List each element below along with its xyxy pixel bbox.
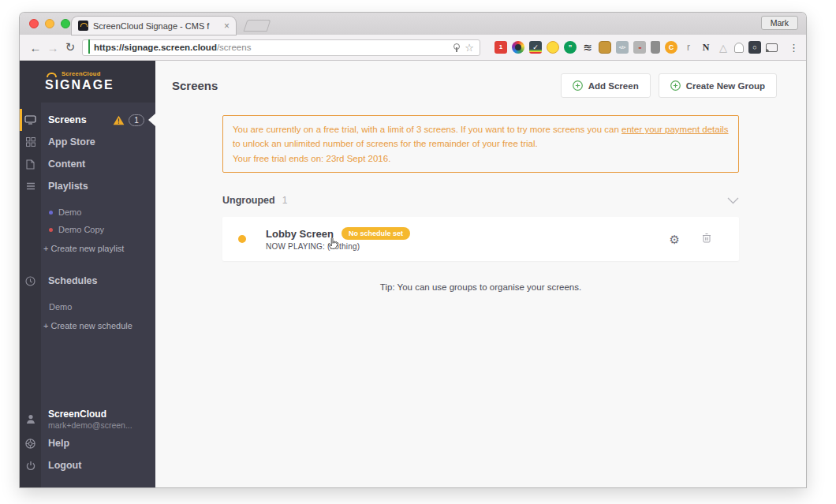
warning-icon [113, 115, 125, 125]
settings-gear-icon[interactable]: ⚙ [670, 233, 680, 245]
mouse-cursor [327, 237, 339, 254]
url-path: /screens [217, 43, 251, 52]
chevron-down-icon[interactable] [727, 193, 739, 207]
no-schedule-badge: No schedule set [341, 227, 410, 240]
main-content: Screens Add Screen Create New Group You … [155, 61, 806, 487]
sidebar-item-app-store[interactable]: App Store [20, 131, 155, 153]
reload-icon[interactable]: ↻ [62, 40, 79, 54]
tab-close-icon[interactable]: × [224, 21, 230, 32]
back-icon[interactable]: ← [27, 41, 44, 54]
sidebar-item-screens[interactable]: Screens 1 [20, 109, 155, 131]
sidebar-item-label: Screens [48, 114, 87, 125]
playlists-icon [20, 182, 41, 190]
sidebar-item-schedules[interactable]: Schedules [20, 270, 155, 292]
extension-grid-badge[interactable]: 1 [495, 41, 507, 54]
extension-triangle[interactable]: △ [717, 41, 730, 54]
playlist-color-dot [49, 228, 53, 232]
group-header[interactable]: Ungrouped 1 [222, 193, 739, 207]
add-screen-button[interactable]: Add Screen [561, 73, 651, 98]
sidebar-item-playlists[interactable]: Playlists [20, 175, 155, 197]
extension-letter-n[interactable]: N [700, 41, 712, 54]
url-bar[interactable]: https://signage.screen.cloud/screens ☆ [82, 39, 480, 56]
create-new-group-label: Create New Group [686, 81, 765, 91]
extension-plug[interactable]: ▪▪ [633, 41, 646, 54]
bookmark-star-icon[interactable]: ☆ [465, 43, 474, 53]
extension-code[interactable]: </> [616, 41, 629, 54]
add-screen-label: Add Screen [588, 81, 639, 91]
secure-lock-icon [88, 40, 90, 54]
extension-jar[interactable] [599, 41, 611, 54]
zoom-window-button[interactable] [61, 19, 70, 28]
screen-row[interactable]: Lobby Screen No schedule set NOW PLAYING… [222, 217, 739, 261]
chrome-profile-button[interactable]: Mark [761, 16, 798, 30]
trial-end-date: Your free trial ends on: 23rd Sept 2016. [233, 154, 390, 163]
playlist-item-demo[interactable]: Demo [20, 203, 155, 221]
create-new-group-button[interactable]: Create New Group [659, 73, 777, 98]
screen-name: Lobby Screen [266, 228, 334, 240]
help-icon [20, 439, 41, 449]
create-new-schedule-link[interactable]: + Create new schedule [20, 315, 155, 336]
power-icon [20, 461, 41, 471]
browser-tab[interactable]: ScreenCloud Signage - CMS f × [72, 17, 236, 35]
extension-gear-orange[interactable]: C [665, 41, 677, 54]
screencloud-favicon [78, 21, 88, 31]
tab-title: ScreenCloud Signage - CMS f [93, 21, 219, 31]
sidebar-item-content[interactable]: Content [20, 153, 155, 175]
screens-icon [20, 115, 41, 125]
password-key-icon[interactable] [452, 43, 461, 52]
user-icon [20, 414, 41, 424]
trial-text: You are currently on a free trial, with … [233, 125, 621, 134]
plus-circle-icon [573, 80, 583, 91]
extension-cup[interactable] [651, 41, 660, 54]
sidebar-item-label: Content [48, 159, 85, 170]
traffic-lights [29, 19, 70, 28]
playlist-item-demo-copy[interactable]: Demo Copy [20, 221, 155, 238]
sidebar-account[interactable]: ScreenCloud mark+demo@screen... [20, 405, 155, 432]
playlist-color-dot [49, 211, 53, 215]
sidebar-item-label: Schedules [48, 275, 98, 286]
new-tab-button[interactable] [244, 20, 271, 32]
browser-toolbar: ← → ↻ https://signage.screen.cloud/scree… [20, 35, 806, 61]
extension-hangouts[interactable]: ” [564, 41, 577, 54]
screens-count-badge: 1 [129, 114, 144, 126]
extension-cast[interactable] [766, 43, 778, 52]
forward-icon[interactable]: → [44, 41, 62, 54]
playlist-item-label: Demo [58, 207, 81, 217]
extension-square-dot[interactable]: ○ [748, 41, 761, 54]
active-item-arrow [148, 114, 155, 126]
delete-trash-icon[interactable] [702, 232, 711, 246]
payment-details-link[interactable]: enter your payment details [621, 125, 729, 134]
sidebar-item-label: Help [48, 438, 69, 449]
account-name: ScreenCloud [48, 409, 132, 420]
sidebar: ScreenCloud SIGNAGE Screens 1 [20, 61, 155, 487]
plus-circle-icon [670, 80, 681, 91]
account-email: mark+demo@screen... [48, 420, 132, 430]
trial-notice: You are currently on a free trial, with … [222, 115, 739, 173]
sidebar-item-label: Playlists [48, 181, 88, 192]
extension-checkmark[interactable]: ✓ [529, 41, 542, 54]
extension-letter-r[interactable]: r [682, 41, 695, 54]
signage-logo[interactable]: ScreenCloud SIGNAGE [20, 61, 155, 103]
sidebar-item-label: App Store [48, 136, 95, 147]
logo-product: SIGNAGE [45, 78, 155, 92]
extension-color-wheel[interactable] [512, 41, 524, 54]
screen-status-dot [238, 235, 246, 243]
group-name: Ungrouped [222, 195, 275, 206]
sidebar-item-label: Logout [48, 460, 81, 471]
extension-smiley[interactable] [547, 41, 559, 54]
url-text: https://signage.screen.cloud/screens [94, 43, 448, 52]
page-title: Screens [172, 79, 218, 92]
minimize-window-button[interactable] [45, 19, 54, 28]
sidebar-item-help[interactable]: Help [20, 432, 155, 454]
sidebar-item-logout[interactable]: Logout [20, 454, 155, 476]
schedule-item-demo[interactable]: Demo [20, 298, 155, 315]
schedules-icon [20, 276, 41, 286]
chrome-menu-icon[interactable]: ⋮ [789, 42, 799, 54]
extension-ghost[interactable] [734, 43, 744, 53]
create-new-playlist-link[interactable]: + Create new playlist [20, 238, 155, 259]
browser-window: ScreenCloud Signage - CMS f × Mark ← → ↻… [20, 13, 806, 487]
url-host: https://signage.screen.cloud [94, 43, 217, 52]
close-window-button[interactable] [29, 19, 39, 28]
content-icon [20, 159, 41, 170]
extension-stack[interactable]: ≋ [581, 41, 594, 54]
